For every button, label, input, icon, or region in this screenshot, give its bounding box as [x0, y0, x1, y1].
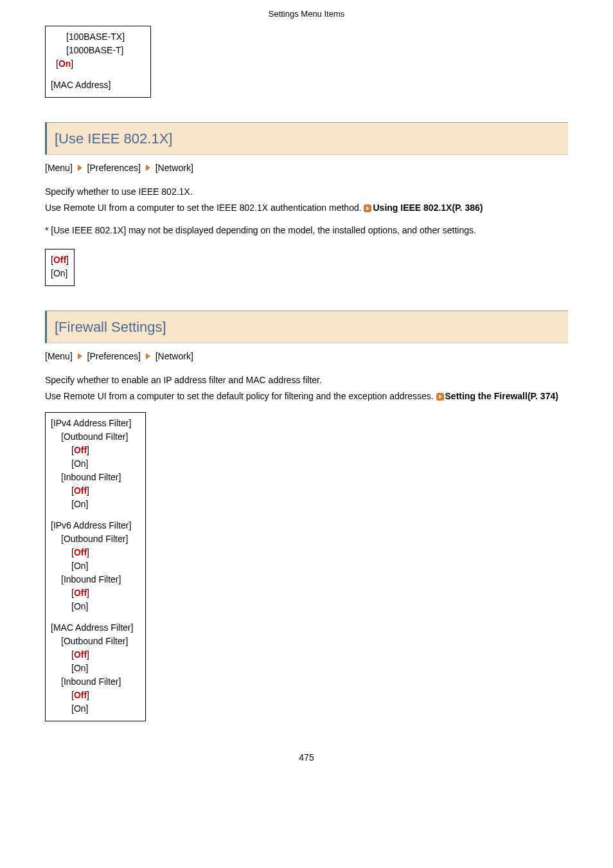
filter-group-title: [MAC Address Filter] — [51, 621, 140, 635]
firewall-options-box: [IPv4 Address Filter] [Outbound Filter] … — [45, 412, 146, 721]
section-heading-firewall: [Firewall Settings] — [45, 311, 568, 343]
option-off: [Off] — [51, 253, 69, 267]
bracket-close: ] — [87, 485, 89, 496]
option-off: [Off] — [51, 484, 140, 498]
breadcrumb-item: [Network] — [155, 351, 193, 361]
on-value: On — [58, 59, 71, 69]
option-on: [On] — [51, 498, 140, 511]
firewall-desc-2: Use Remote UI from a computer to set the… — [45, 390, 568, 403]
firewall-desc-1: Specify whether to enable an IP address … — [45, 374, 568, 387]
filter-label: [Outbound Filter] — [51, 532, 140, 546]
bracket-close: ] — [87, 445, 89, 455]
option-on: [On] — [51, 600, 140, 613]
desc-text: Use Remote UI from a computer to set the… — [45, 391, 436, 401]
play-icon — [364, 204, 371, 212]
option-on: [On] — [51, 267, 69, 280]
ieee8021x-options-box: [Off] [On] — [45, 249, 75, 286]
chevron-right-icon — [146, 353, 150, 359]
option-100base-tx: [100BASE-TX] — [51, 30, 145, 44]
option-off: [Off] — [51, 648, 140, 662]
ieee8021x-desc-2: Use Remote UI from a computer to set the… — [45, 201, 568, 215]
option-on: [On] — [51, 702, 140, 716]
off-value: Off — [74, 588, 87, 598]
option-on: [On] — [51, 662, 140, 675]
filter-label: [Outbound Filter] — [51, 430, 140, 444]
bracket-close: ] — [87, 547, 89, 557]
breadcrumb-item: [Preferences] — [87, 163, 141, 173]
chevron-right-icon — [78, 353, 82, 359]
chevron-right-icon — [146, 165, 150, 171]
off-value: Off — [74, 547, 87, 557]
filter-label: [Inbound Filter] — [51, 573, 140, 586]
bracket-close: ] — [87, 588, 89, 598]
option-off: [Off] — [51, 546, 140, 559]
option-off: [Off] — [51, 444, 140, 457]
mac-address-label: [MAC Address] — [51, 78, 145, 92]
filter-group-title: [IPv4 Address Filter] — [51, 417, 140, 430]
option-on: [On] — [51, 559, 140, 573]
page-number: 475 — [45, 751, 568, 764]
breadcrumb-firewall: [Menu] [Preferences] [Network] — [45, 350, 568, 363]
filter-group-title: [IPv6 Address Filter] — [51, 519, 140, 532]
option-on: [On] — [51, 457, 140, 471]
filter-label: [Outbound Filter] — [51, 635, 140, 648]
desc-text: Use Remote UI from a computer to set the… — [45, 203, 364, 213]
bracket-close: ] — [71, 59, 73, 69]
play-icon — [436, 393, 444, 401]
ieee8021x-desc-1: Specify whether to use IEEE 802.1X. — [45, 185, 568, 199]
ieee8021x-note: * [Use IEEE 802.1X] may not be displayed… — [45, 224, 568, 237]
option-on: [On] — [51, 57, 145, 71]
breadcrumb-item: [Menu] — [45, 351, 73, 361]
off-value: Off — [74, 445, 87, 455]
breadcrumb-item: [Menu] — [45, 163, 73, 173]
option-off: [Off] — [51, 689, 140, 702]
bracket-close: ] — [87, 649, 89, 660]
chevron-right-icon — [78, 165, 82, 171]
link-setting-firewall[interactable]: Setting the Firewall(P. 374) — [445, 391, 558, 401]
filter-label: [Inbound Filter] — [51, 675, 140, 689]
breadcrumb-ieee8021x: [Menu] [Preferences] [Network] — [45, 161, 568, 175]
filter-label: [Inbound Filter] — [51, 471, 140, 484]
breadcrumb-item: [Network] — [155, 163, 193, 173]
ethernet-settings-box: [100BASE-TX] [1000BASE-T] [On] [MAC Addr… — [45, 26, 151, 98]
page-header: Settings Menu Items — [45, 0, 568, 26]
link-using-ieee8021x[interactable]: Using IEEE 802.1X(P. 386) — [373, 203, 483, 213]
bracket-close: ] — [87, 690, 89, 700]
off-value: Off — [74, 485, 87, 496]
off-value: Off — [74, 649, 87, 660]
bracket-close: ] — [66, 255, 69, 265]
off-value: Off — [53, 255, 66, 265]
off-value: Off — [74, 690, 87, 700]
option-1000base-t: [1000BASE-T] — [51, 44, 145, 57]
breadcrumb-item: [Preferences] — [87, 351, 141, 361]
option-off: [Off] — [51, 586, 140, 600]
section-heading-ieee8021x: [Use IEEE 802.1X] — [45, 122, 568, 155]
